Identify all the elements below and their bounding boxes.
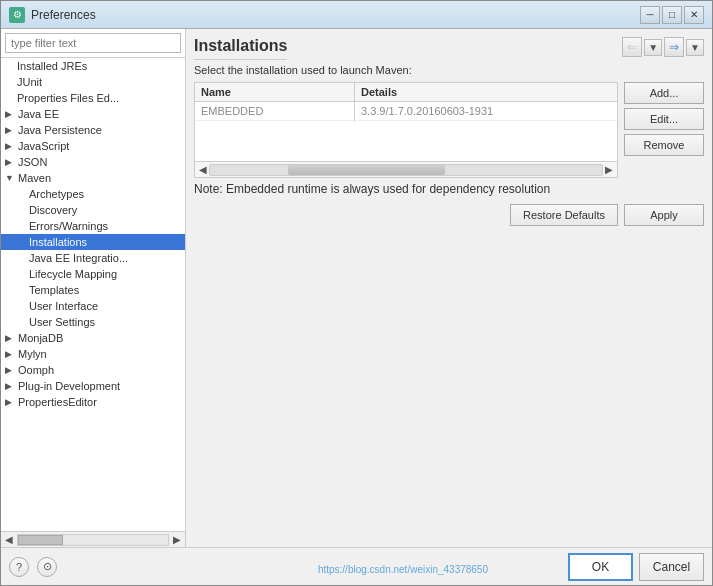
- expand-icon: ▶: [5, 381, 15, 391]
- sidebar: Installed JREs JUnit Properties Files Ed…: [1, 29, 186, 547]
- ok-button[interactable]: OK: [568, 553, 633, 581]
- table-empty-space: [195, 122, 617, 161]
- scroll-left-arrow[interactable]: ◀: [3, 534, 15, 545]
- h-scrollbar-area: ◀ ▶: [195, 161, 617, 177]
- watermark: https://blog.csdn.net/weixin_43378650: [318, 564, 488, 575]
- bottom-bar: ? ⊙ https://blog.csdn.net/weixin_4337865…: [1, 547, 712, 585]
- sidebar-item-maven[interactable]: ▼ Maven: [1, 170, 185, 186]
- sidebar-item-java-ee-integration[interactable]: Java EE Integratio...: [1, 250, 185, 266]
- cancel-button[interactable]: Cancel: [639, 553, 704, 581]
- side-buttons: Add... Edit... Remove: [624, 82, 704, 182]
- minimize-button[interactable]: ─: [640, 6, 660, 24]
- sidebar-item-user-settings[interactable]: User Settings: [1, 314, 185, 330]
- sidebar-scroll[interactable]: Installed JREs JUnit Properties Files Ed…: [1, 58, 185, 531]
- maximize-button[interactable]: □: [662, 6, 682, 24]
- sidebar-h-scrollbar[interactable]: ◀ ▶: [1, 531, 185, 547]
- sidebar-item-java-ee[interactable]: ▶ Java EE: [1, 106, 185, 122]
- sidebar-item-javascript[interactable]: ▶ JavaScript: [1, 138, 185, 154]
- expand-icon: ▶: [5, 349, 15, 359]
- title-bar-left: ⚙ Preferences: [9, 7, 96, 23]
- nav-back-dropdown[interactable]: ▼: [644, 39, 662, 56]
- sidebar-item-junit[interactable]: JUnit: [1, 74, 185, 90]
- installations-table-container: Name Details EMBEDDED 3.3.9/1.7.0.201606…: [194, 82, 618, 178]
- help-icon[interactable]: ?: [9, 557, 29, 577]
- inst-name-embedded: EMBEDDED: [195, 102, 355, 120]
- expand-icon: ▼: [5, 173, 15, 183]
- title-controls: ─ □ ✕: [640, 6, 704, 24]
- note-text: Note: Embedded runtime is always used fo…: [194, 182, 704, 196]
- nav-forward-button[interactable]: ⇒: [664, 37, 684, 57]
- sidebar-item-plugin-development[interactable]: ▶ Plug-in Development: [1, 378, 185, 394]
- remove-button[interactable]: Remove: [624, 134, 704, 156]
- window-icon: ⚙: [9, 7, 25, 23]
- apply-button[interactable]: Apply: [624, 204, 704, 226]
- expand-icon: ▶: [5, 365, 15, 375]
- bottom-right: OK Cancel: [568, 553, 704, 581]
- filter-box: [1, 29, 185, 58]
- sidebar-item-installations[interactable]: Installations: [1, 234, 185, 250]
- edit-button[interactable]: Edit...: [624, 108, 704, 130]
- window-title: Preferences: [31, 8, 96, 22]
- panel-buttons: Restore Defaults Apply: [194, 204, 704, 226]
- expand-icon: ▶: [5, 397, 15, 407]
- h-scroll-right[interactable]: ▶: [603, 164, 615, 175]
- col-details-header: Details: [355, 83, 617, 101]
- sidebar-item-archetypes[interactable]: Archetypes: [1, 186, 185, 202]
- panel-subtitle: Select the installation used to launch M…: [194, 64, 704, 76]
- main-content: Installed JREs JUnit Properties Files Ed…: [1, 29, 712, 547]
- expand-icon: ▶: [5, 125, 15, 135]
- expand-icon: ▶: [5, 333, 15, 343]
- sidebar-item-templates[interactable]: Templates: [1, 282, 185, 298]
- sidebar-item-oomph[interactable]: ▶ Oomph: [1, 362, 185, 378]
- h-scroll-thumb: [18, 535, 63, 545]
- expand-icon: ▶: [5, 109, 15, 119]
- title-bar: ⚙ Preferences ─ □ ✕: [1, 1, 712, 29]
- preferences-window: ⚙ Preferences ─ □ ✕ Installed JREs JUnit: [0, 0, 713, 586]
- sidebar-item-errors-warnings[interactable]: Errors/Warnings: [1, 218, 185, 234]
- nav-forward-dropdown[interactable]: ▼: [686, 39, 704, 56]
- sidebar-item-properties-editor[interactable]: ▶ PropertiesEditor: [1, 394, 185, 410]
- sidebar-item-properties-files-ed[interactable]: Properties Files Ed...: [1, 90, 185, 106]
- nav-back-button[interactable]: ⇐: [622, 37, 642, 57]
- sidebar-tree-wrapper: Installed JREs JUnit Properties Files Ed…: [1, 58, 185, 531]
- sidebar-item-mylyn[interactable]: ▶ Mylyn: [1, 346, 185, 362]
- sidebar-item-discovery[interactable]: Discovery: [1, 202, 185, 218]
- nav-arrows: ⇐ ▼ ⇒ ▼: [622, 37, 704, 57]
- sidebar-item-lifecycle-mapping[interactable]: Lifecycle Mapping: [1, 266, 185, 282]
- installations-table: Name Details EMBEDDED 3.3.9/1.7.0.201606…: [195, 83, 617, 122]
- info-icon[interactable]: ⊙: [37, 557, 57, 577]
- panel-title: Installations: [194, 37, 287, 60]
- h-scroll-track: [17, 534, 169, 546]
- close-button[interactable]: ✕: [684, 6, 704, 24]
- col-name-header: Name: [195, 83, 355, 101]
- scroll-right-arrow[interactable]: ▶: [171, 534, 183, 545]
- sidebar-item-mongodb[interactable]: ▶ MonjaDB: [1, 330, 185, 346]
- right-panel: Installations ⇐ ▼ ⇒ ▼ Select the install…: [186, 29, 712, 547]
- filter-input[interactable]: [5, 33, 181, 53]
- sidebar-item-installed-jres[interactable]: Installed JREs: [1, 58, 185, 74]
- expand-icon: ▶: [5, 157, 15, 167]
- add-button[interactable]: Add...: [624, 82, 704, 104]
- table-row[interactable]: EMBEDDED 3.3.9/1.7.0.20160603-1931: [195, 102, 617, 121]
- h-scrollbar-track[interactable]: [209, 164, 603, 176]
- inst-details-embedded: 3.3.9/1.7.0.20160603-1931: [355, 102, 617, 120]
- expand-icon: ▶: [5, 141, 15, 151]
- sidebar-item-json[interactable]: ▶ JSON: [1, 154, 185, 170]
- sidebar-item-java-persistence[interactable]: ▶ Java Persistence: [1, 122, 185, 138]
- bottom-left: ? ⊙: [9, 557, 57, 577]
- h-scroll-left[interactable]: ◀: [197, 164, 209, 175]
- sidebar-item-user-interface[interactable]: User Interface: [1, 298, 185, 314]
- h-scrollbar-thumb: [288, 165, 445, 175]
- restore-defaults-button[interactable]: Restore Defaults: [510, 204, 618, 226]
- installations-area: Name Details EMBEDDED 3.3.9/1.7.0.201606…: [194, 82, 704, 182]
- table-header: Name Details: [195, 83, 617, 102]
